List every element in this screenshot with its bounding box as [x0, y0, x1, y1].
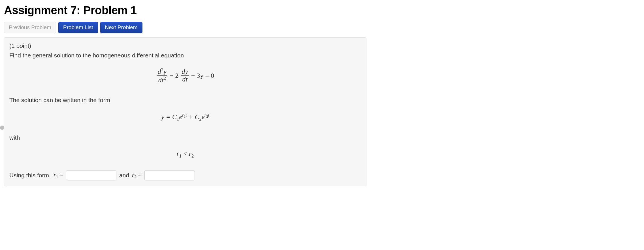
with-text: with	[9, 133, 361, 142]
sol-plus: + C	[187, 113, 199, 120]
equation-inequality: r1 < r2	[9, 150, 361, 159]
eq-dt2: dt	[158, 76, 164, 84]
r1-label: r1 =	[54, 171, 63, 179]
eq-y: y	[163, 68, 167, 75]
eq-d: d	[158, 68, 161, 75]
and-text: and	[119, 172, 129, 179]
eq-dt: dt	[181, 76, 189, 83]
problem-list-button[interactable]: Problem List	[58, 22, 98, 33]
eq-minus2: − 2	[170, 72, 179, 79]
points-label: (1 point)	[9, 42, 361, 50]
answer-row: Using this form, r1 = and r2 =	[9, 170, 361, 180]
answer-lead: Using this form,	[9, 172, 51, 179]
solution-form-intro: The solution can be written in the form	[9, 96, 361, 104]
equation-ode: d2y dt2 − 2 dy dt − 3y = 0	[9, 68, 361, 85]
ineq-r2: r	[189, 150, 191, 157]
ineq-r1: r	[176, 150, 179, 157]
sol-e1: e	[179, 113, 182, 120]
problem-body: (1 point) Find the general solution to t…	[4, 37, 366, 186]
prompt-text: Find the general solution to the homogen…	[9, 51, 361, 60]
next-problem-button[interactable]: Next Problem	[100, 22, 142, 33]
problem-nav: Previous Problem Problem List Next Probl…	[4, 22, 640, 33]
ineq-lt: <	[182, 150, 189, 157]
sol-lhs: y = C	[161, 113, 177, 120]
previous-problem-button[interactable]: Previous Problem	[4, 22, 56, 33]
equation-solution-form: y = C1er1t + C2er2t	[9, 113, 361, 122]
r1-input[interactable]	[66, 170, 116, 180]
eq-dy: dy	[181, 68, 189, 76]
r2-label: r2 =	[132, 171, 142, 179]
scroll-indicator	[0, 126, 4, 130]
r2-input[interactable]	[144, 170, 195, 180]
page-title: Assignment 7: Problem 1	[4, 4, 640, 17]
sol-e2: e	[202, 113, 205, 120]
eq-tail: − 3y = 0	[191, 72, 214, 79]
